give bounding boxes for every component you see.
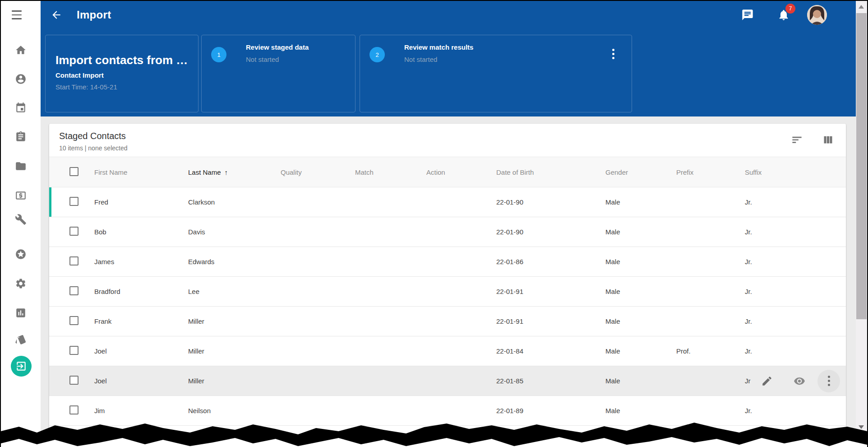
table-row[interactable]: Fred Clarkson 22-01-90 Male Jr. [49,187,846,217]
cell-first-name: Frank [94,317,188,325]
import-card-start-time: Start Time: 14-05-21 [55,83,117,91]
calendar-icon[interactable] [15,102,27,114]
column-header-action[interactable]: Action [426,168,496,176]
row-checkbox[interactable] [69,346,78,355]
cell-prefix: Prof. [676,347,745,355]
cell-last-name: Clarkson [188,198,281,206]
table-body: Fred Clarkson 22-01-90 Male Jr. Bob Davi… [49,187,846,426]
cell-last-name: Miller [188,377,281,385]
scrollbar-thumb[interactable] [856,13,867,319]
tools-icon[interactable] [15,214,27,225]
avatar[interactable] [807,5,827,25]
view-row-button[interactable] [794,375,805,387]
cell-date-of-birth: 22-01-91 [496,288,605,295]
sort-ascending-arrow: ↑ [225,168,228,176]
row-checkbox[interactable] [69,256,78,265]
cell-suffix: Jr. [745,317,846,325]
reports-icon[interactable] [15,307,27,319]
row-checkbox[interactable] [69,286,78,295]
main-content: Staged Contacts 10 items | none selected… [41,116,856,447]
table-row[interactable]: Frank Miller 22-01-91 Male Jr. [49,307,846,336]
columns-button[interactable] [822,134,834,146]
column-header-gender[interactable]: Gender [605,168,676,176]
app-bar: Import 7 [41,1,856,29]
favorites-icon[interactable] [15,248,27,260]
table-row[interactable]: Joel Miller 22-01-84 Male Prof. Jr. [49,336,846,366]
cell-first-name: Fred [94,198,188,206]
vertical-scrollbar[interactable] [856,1,867,447]
scrollbar-down-arrow[interactable] [859,425,864,429]
cell-suffix: Jr. [745,347,846,355]
billing-icon[interactable] [15,190,27,201]
import-icon [15,360,27,372]
column-header-match[interactable]: Match [355,168,426,176]
select-all-checkbox[interactable] [69,167,78,176]
cell-date-of-birth: 22-01-84 [496,347,605,355]
cell-last-name: Miller [188,317,281,325]
cell-gender: Male [605,288,676,295]
column-header-prefix[interactable]: Prefix [676,168,745,176]
cell-suffix: Jr. [745,258,846,265]
import-card-subtitle: Contact Import [55,71,104,79]
header-section: Import 7 Import contacts from … Contact … [41,1,856,116]
row-checkbox[interactable] [69,227,78,236]
column-header-date-of-birth[interactable]: Date of Birth [496,168,605,176]
menu-icon[interactable] [12,10,22,19]
cell-last-name: Miller [188,347,281,355]
import-summary-card[interactable]: Import contacts from … Contact Import St… [45,35,199,112]
scrollbar-up-arrow[interactable] [856,1,867,13]
step-number-badge: 2 [369,47,385,62]
table-header-row: First Name Last Name↑ Quality Match Acti… [49,157,846,187]
table-row[interactable]: Bradford Lee 22-01-91 Male Jr. [49,277,846,307]
step-title: Review staged data [246,43,309,51]
app-window: Import 7 Import contacts from … Contact … [0,0,868,447]
cell-date-of-birth: 22-01-85 [496,377,605,385]
staged-contacts-card: Staged Contacts 10 items | none selected… [49,124,846,442]
import-card-title: Import contacts from … [55,53,188,67]
back-button[interactable] [51,9,62,21]
cell-gender: Male [605,407,676,414]
settings-icon[interactable] [15,278,27,289]
contacts-icon[interactable] [15,73,27,85]
cell-first-name: James [94,258,188,265]
table-row[interactable]: Joel Miller 22-01-85 Male Jr [49,366,846,396]
column-header-last-name[interactable]: Last Name↑ [188,168,281,176]
cell-gender: Male [605,228,676,236]
step-card-review-match-results[interactable]: 2 Review match results Not started [360,35,632,112]
cell-date-of-birth: 22-01-91 [496,317,605,325]
table-row[interactable]: Bob Davis 22-01-90 Male Jr. [49,217,846,247]
documents-icon[interactable] [15,160,27,172]
table-row[interactable]: James Edwards 22-01-86 Male Jr. [49,247,846,277]
edit-row-button[interactable] [761,375,773,387]
chat-icon [741,9,754,21]
tags-icon[interactable] [15,334,27,345]
cell-last-name: Edwards [188,258,281,265]
row-checkbox[interactable] [69,376,78,385]
cell-date-of-birth: 22-01-90 [496,198,605,206]
home-icon[interactable] [15,44,27,56]
cell-gender: Male [605,317,676,325]
cell-first-name: Joel [94,377,188,385]
cell-first-name: Jim [94,407,188,414]
notifications-button[interactable]: 7 [777,9,790,21]
row-checkbox[interactable] [69,316,78,325]
column-header-suffix[interactable]: Suffix [745,168,846,176]
column-header-first-name[interactable]: First Name [94,168,188,176]
row-checkbox[interactable] [69,405,78,414]
cell-gender: Male [605,377,676,385]
sort-button[interactable] [791,134,803,146]
table-row[interactable]: Jim Neilson 22-01-89 Male Jr. [49,396,846,426]
cell-date-of-birth: 22-01-90 [496,228,605,236]
cell-suffix: Jr. [745,407,846,414]
cell-last-name: Davis [188,228,281,236]
eye-icon [794,375,805,387]
row-checkbox[interactable] [69,197,78,206]
step-card-menu-button[interactable] [607,46,619,61]
row-menu-button[interactable] [817,370,840,392]
tasks-icon[interactable] [15,131,27,143]
column-header-quality[interactable]: Quality [281,168,355,176]
chat-button[interactable] [741,9,754,21]
step-card-review-staged-data[interactable]: 1 Review staged data Not started [201,35,356,112]
sidebar-item-import[interactable] [11,356,32,377]
back-arrow-icon [51,9,62,21]
